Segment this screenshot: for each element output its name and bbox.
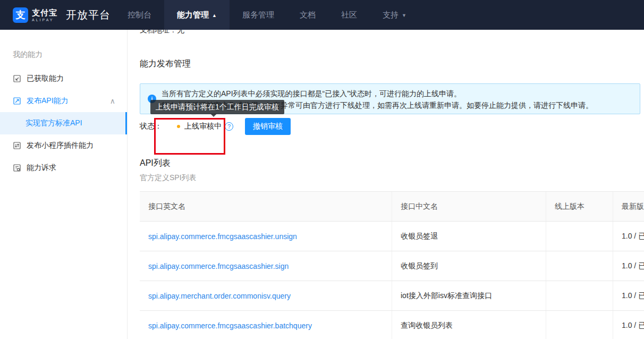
alipay-logo-en: ALIPAY xyxy=(32,18,57,22)
api-link[interactable]: spi.alipay.commerce.fmcgsaascashier.unsi… xyxy=(148,232,297,241)
nav-item-docs[interactable]: 文档 xyxy=(287,0,328,30)
api-link[interactable]: spi.alipay.commerce.fmcgsaascashier.sign xyxy=(148,262,289,270)
col-header-latest-version: 最新版本 xyxy=(613,192,644,221)
table-row: spi.alipay.commerce.fmcgsaascashier.sign… xyxy=(140,251,644,281)
caret-up-icon: ▲ xyxy=(212,13,217,18)
page: 文档地址：无 支 支付宝 ALIPAY 开放平台 控制台 能力管理▲ 服务管理 … xyxy=(0,0,644,339)
sidebar-item-label: 发布小程序插件能力 xyxy=(27,141,94,150)
miniapp-plugin-icon xyxy=(13,141,21,150)
sidebar-item-label: 能力诉求 xyxy=(27,163,56,173)
nav-item-support[interactable]: 支持▼ xyxy=(370,0,419,30)
caret-down-icon: ▼ xyxy=(402,13,406,18)
latest-version: 1.0 / 已接入 xyxy=(622,321,644,330)
annotation-rectangle xyxy=(154,118,225,155)
sidebar-item-label: 发布API能力 xyxy=(27,96,69,106)
platform-title: 开放平台 xyxy=(66,8,111,22)
sidebar: 我的能力 已获取能力 发布API能力 ∧ 实现官方标准API 发布小程序插件能力 xyxy=(0,30,128,339)
top-navbar: 支 支付宝 ALIPAY 开放平台 控制台 能力管理▲ 服务管理 文档 社区 支… xyxy=(0,0,644,30)
chevron-up-icon[interactable]: ∧ xyxy=(110,97,115,105)
latest-version: 1.0 / 已接入 xyxy=(622,261,644,271)
api-cn-name: 收银员签退 xyxy=(401,232,438,241)
nav-item-console[interactable]: 控制台 xyxy=(115,0,164,30)
capability-appeal-icon xyxy=(13,164,21,172)
sidebar-item-acquired-capabilities[interactable]: 已获取能力 xyxy=(0,67,127,90)
table-row: spi.alipay.merchant.order.commonisv.quer… xyxy=(140,281,644,311)
sidebar-item-label: 已获取能力 xyxy=(27,74,64,83)
page-title: 能力发布管理 xyxy=(140,58,191,70)
table-row: spi.alipay.commerce.fmcgsaascashier.unsi… xyxy=(140,222,644,251)
alipay-logo-icon: 支 xyxy=(13,7,28,23)
sidebar-subitem-label: 实现官方标准API xyxy=(26,118,82,128)
banner-line-1: 当所有官方定义的API列表中必须实现的接口都是“已接入”状态时，可进行能力的上线… xyxy=(162,88,631,99)
latest-version: 1.0 / 已接入 xyxy=(622,291,644,301)
nav-item-capability-management[interactable]: 能力管理▲ xyxy=(164,0,230,30)
tooltip-arrow xyxy=(210,114,217,117)
col-header-api-cn: 接口中文名 xyxy=(392,192,546,221)
latest-version: 1.0 / 已接入 xyxy=(622,232,644,241)
api-list-title: API列表 xyxy=(140,158,171,169)
main-nav: 控制台 能力管理▲ 服务管理 文档 社区 支持▼ xyxy=(115,0,419,30)
nav-item-community[interactable]: 社区 xyxy=(328,0,370,30)
table-header-row: 接口英文名 接口中文名 线上版本 最新版本 xyxy=(140,192,644,222)
sidebar-item-publish-api[interactable]: 发布API能力 ∧ xyxy=(0,90,127,112)
api-cn-name: 查询收银员列表 xyxy=(401,321,453,330)
review-tooltip: 上线申请预计将在1个工作日完成审核 xyxy=(150,100,284,114)
revoke-review-button[interactable]: 撤销审核 xyxy=(245,118,291,135)
nav-item-service-management[interactable]: 服务管理 xyxy=(230,0,287,30)
col-header-api-en: 接口英文名 xyxy=(140,192,392,221)
question-circle-icon[interactable]: ? xyxy=(225,122,233,131)
spi-table: 接口英文名 接口中文名 线上版本 最新版本 spi.alipay.commerc… xyxy=(140,191,644,339)
table-row: spi.alipay.commerce.fmcgsaascashier.batc… xyxy=(140,311,644,339)
alipay-logo-cn: 支付宝 xyxy=(32,9,57,16)
sidebar-section-label: 我的能力 xyxy=(0,49,127,60)
sidebar-item-implement-official-api[interactable]: 实现官方标准API xyxy=(0,112,127,134)
publish-api-icon xyxy=(13,97,21,105)
api-cn-name: iot接入外部isv标准查询接口 xyxy=(401,291,492,301)
api-link[interactable]: spi.alipay.merchant.order.commonisv.quer… xyxy=(148,292,291,300)
acquired-capability-icon xyxy=(13,74,21,83)
col-header-online-version: 线上版本 xyxy=(546,192,613,221)
api-list-subtitle: 官方定义SPI列表 xyxy=(140,173,197,183)
api-link[interactable]: spi.alipay.commerce.fmcgsaascashier.batc… xyxy=(148,321,312,330)
alipay-brand[interactable]: 支 支付宝 ALIPAY 开放平台 xyxy=(13,7,111,23)
sidebar-item-capability-appeal[interactable]: 能力诉求 xyxy=(0,157,127,179)
sidebar-item-publish-miniapp-plugin[interactable]: 发布小程序插件能力 xyxy=(0,134,127,157)
api-cn-name: 收银员签到 xyxy=(401,261,438,271)
alipay-logo-words: 支付宝 ALIPAY xyxy=(32,9,57,22)
